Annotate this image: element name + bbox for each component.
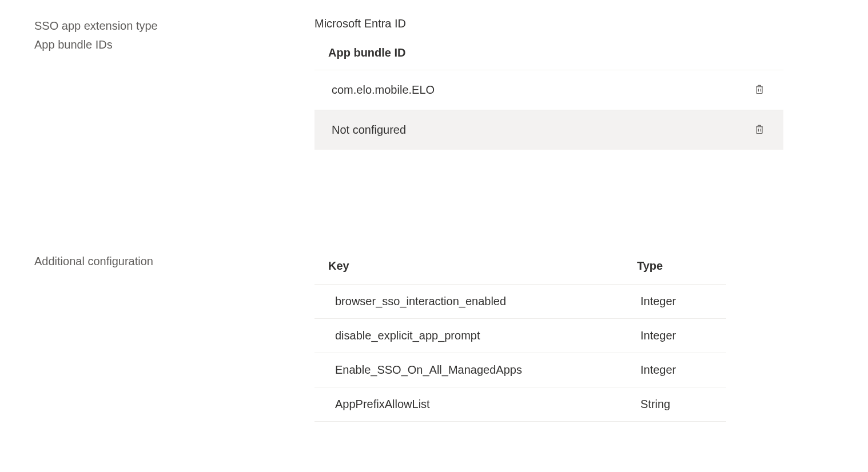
bundle-id-value: Not configured — [332, 123, 406, 137]
table-row[interactable]: disable_explicit_app_prompt Integer — [314, 319, 726, 353]
sso-extension-type-value: Microsoft Entra ID — [314, 17, 834, 30]
app-bundle-ids-label: App bundle IDs — [34, 36, 314, 51]
config-type: Integer — [623, 353, 726, 387]
config-key: browser_sso_interaction_enabled — [314, 285, 623, 319]
config-header-type: Type — [623, 253, 726, 285]
additional-config-row: Additional configuration Key Type browse… — [34, 253, 834, 422]
bundle-row[interactable]: Not configured — [314, 110, 783, 150]
config-key: AppPrefixAllowList — [314, 387, 623, 422]
delete-bundle-button[interactable] — [751, 121, 767, 139]
config-key: Enable_SSO_On_All_ManagedApps — [314, 353, 623, 387]
table-row[interactable]: browser_sso_interaction_enabled Integer — [314, 285, 726, 319]
config-type: Integer — [623, 319, 726, 353]
bundle-id-value: com.elo.mobile.ELO — [332, 83, 435, 97]
trash-icon — [754, 123, 765, 137]
sso-extension-type-row: SSO app extension type Microsoft Entra I… — [34, 17, 834, 33]
table-row[interactable]: AppPrefixAllowList String — [314, 387, 726, 422]
trash-icon — [754, 83, 765, 97]
app-bundle-id-header: App bundle ID — [314, 36, 783, 70]
sso-extension-type-label: SSO app extension type — [34, 17, 314, 33]
config-type: Integer — [623, 285, 726, 319]
config-type: String — [623, 387, 726, 422]
delete-bundle-button[interactable] — [751, 81, 767, 99]
additional-config-table: Key Type browser_sso_interaction_enabled… — [314, 253, 726, 422]
app-bundle-id-table: App bundle ID com.elo.mobile.ELO — [314, 36, 783, 150]
config-header-key: Key — [314, 253, 623, 285]
additional-config-label: Additional configuration — [34, 253, 314, 268]
config-key: disable_explicit_app_prompt — [314, 319, 623, 353]
bundle-row[interactable]: com.elo.mobile.ELO — [314, 70, 783, 110]
app-bundle-ids-row: App bundle IDs App bundle ID com.elo.mob… — [34, 36, 834, 150]
table-row[interactable]: Enable_SSO_On_All_ManagedApps Integer — [314, 353, 726, 387]
